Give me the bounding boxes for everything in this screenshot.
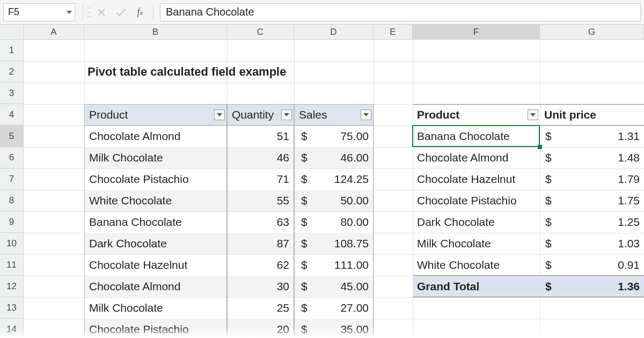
pivot-row[interactable]: $1.48 [540, 147, 644, 168]
pivot-header-product-label: Product [417, 108, 459, 121]
table-row[interactable]: 63 [227, 211, 294, 233]
pivot-row[interactable]: Chocolate Pistachio [413, 190, 540, 211]
table-row[interactable]: 55 [227, 190, 294, 211]
svg-point-4 [90, 12, 91, 13]
page-title: Pivot table calculated field example [84, 61, 374, 83]
svg-point-5 [87, 16, 89, 17]
row-header-11[interactable]: 11 [0, 254, 24, 276]
formula-input[interactable]: Banana Chocolate [160, 3, 641, 21]
table-row[interactable]: White Chocolate [84, 190, 227, 211]
table-row[interactable]: Chocolate Almond [84, 276, 227, 297]
col-header-A[interactable]: A [24, 25, 84, 39]
table-row[interactable]: $50.00 [294, 190, 374, 211]
check-icon [115, 8, 126, 17]
table-row[interactable]: Milk Chocolate [84, 147, 227, 168]
table-row[interactable]: $27.00 [294, 297, 374, 319]
filter-dropdown[interactable] [528, 109, 538, 120]
pivot-grand-total-label[interactable]: Grand Total [413, 276, 540, 297]
row-header-14[interactable]: 14 [0, 319, 24, 338]
pivot-row[interactable]: $0.91 [540, 254, 644, 276]
table-row[interactable]: Banana Chocolate [84, 211, 227, 233]
pivot-row[interactable]: Chocolate Hazelnut [413, 168, 540, 190]
t1-header-product[interactable]: Product [84, 104, 227, 126]
pivot-row[interactable]: Dark Chocolate [413, 211, 540, 233]
table-row[interactable]: $108.75 [294, 233, 374, 254]
svg-marker-7 [217, 113, 222, 116]
table-row[interactable]: $75.00 [294, 126, 374, 147]
chevron-down-icon [530, 113, 536, 116]
pivot-row[interactable]: White Chocolate [413, 254, 540, 276]
row-header-5[interactable]: 5 [0, 126, 24, 147]
row-header-4[interactable]: 4 [0, 104, 24, 126]
table-row[interactable]: $35.00 [294, 319, 374, 338]
table-row[interactable]: Chocolate Pistachio [84, 168, 227, 190]
pivot-row[interactable]: $1.31 [540, 126, 644, 147]
row-header-1[interactable]: 1 [0, 40, 24, 61]
table-row[interactable]: $46.00 [294, 147, 374, 168]
table-row[interactable]: Chocolate Hazelnut [84, 254, 227, 276]
pivot-grand-total-value[interactable]: $1.36 [540, 276, 644, 297]
col-header-B[interactable]: B [84, 25, 227, 39]
row-header-10[interactable]: 10 [0, 233, 24, 254]
pivot-header-product[interactable]: Product [413, 104, 540, 126]
pivot-row[interactable]: $1.03 [540, 233, 644, 254]
name-box[interactable]: F5 [3, 3, 75, 21]
enter-button[interactable] [111, 3, 130, 21]
t1-header-quantity-label: Quantity [232, 108, 274, 121]
table-row[interactable]: 87 [227, 233, 294, 254]
table-row[interactable]: 20 [227, 319, 294, 338]
pivot-row[interactable]: Banana Chocolate [413, 126, 540, 147]
column-headers: A B C D E F G [24, 25, 644, 40]
table-row[interactable]: Milk Chocolate [84, 297, 227, 319]
col-header-D[interactable]: D [294, 25, 374, 39]
pivot-row[interactable]: Milk Chocolate [413, 233, 540, 254]
col-header-G[interactable]: G [540, 25, 644, 39]
table-row[interactable]: Chocolate Pistachio [84, 319, 227, 338]
row-header-13[interactable]: 13 [0, 297, 24, 319]
col-header-E[interactable]: E [374, 25, 413, 39]
t1-header-sales[interactable]: Sales [294, 104, 374, 126]
pivot-row[interactable]: $1.79 [540, 168, 644, 190]
table-row[interactable]: 25 [227, 297, 294, 319]
table-row[interactable]: $80.00 [294, 211, 374, 233]
table-row[interactable]: 51 [227, 126, 294, 147]
row-header-6[interactable]: 6 [0, 147, 24, 168]
insert-function-button[interactable]: fx [130, 3, 150, 21]
table-row[interactable]: $111.00 [294, 254, 374, 276]
table-row[interactable]: Dark Chocolate [84, 233, 227, 254]
table-row[interactable]: 71 [227, 168, 294, 190]
cancel-button[interactable] [92, 3, 111, 21]
col-header-F[interactable]: F [413, 25, 540, 39]
row-header-7[interactable]: 7 [0, 168, 24, 190]
table-row[interactable]: Chocolate Almond [84, 126, 227, 147]
row-header-12[interactable]: 12 [0, 276, 24, 297]
svg-marker-0 [67, 11, 72, 14]
row-header-9[interactable]: 9 [0, 211, 24, 233]
fill-handle[interactable] [538, 145, 542, 149]
name-box-value[interactable]: F5 [4, 5, 63, 19]
filter-dropdown[interactable] [214, 109, 225, 120]
chevron-down-icon [217, 113, 222, 116]
row-header-8[interactable]: 8 [0, 190, 24, 211]
row-header-3[interactable]: 3 [0, 83, 24, 104]
pivot-row[interactable]: $1.75 [540, 190, 644, 211]
table-row[interactable]: 30 [227, 276, 294, 297]
t1-header-product-label: Product [89, 108, 128, 121]
pivot-row[interactable]: Chocolate Almond [413, 147, 540, 168]
row-header-2[interactable]: 2 [0, 61, 24, 83]
table-row[interactable]: 46 [227, 147, 294, 168]
select-all-corner[interactable] [0, 25, 24, 40]
filter-dropdown[interactable] [281, 109, 292, 120]
svg-marker-8 [284, 113, 289, 116]
t1-header-quantity[interactable]: Quantity [227, 104, 294, 126]
table-row[interactable]: 62 [227, 254, 294, 276]
formula-bar: F5 fx Banana Chocolate [0, 0, 644, 25]
pivot-row[interactable]: $1.25 [540, 211, 644, 233]
filter-dropdown[interactable] [361, 109, 371, 120]
table-row[interactable]: $124.25 [294, 168, 374, 190]
col-header-C[interactable]: C [227, 25, 294, 39]
name-box-dropdown[interactable] [63, 4, 75, 21]
chevron-down-icon [284, 113, 289, 116]
worksheet[interactable]: A B C D E F G 1 2 3 4 5 6 7 8 9 10 11 12… [0, 25, 644, 338]
table-row[interactable]: $45.00 [294, 276, 374, 297]
